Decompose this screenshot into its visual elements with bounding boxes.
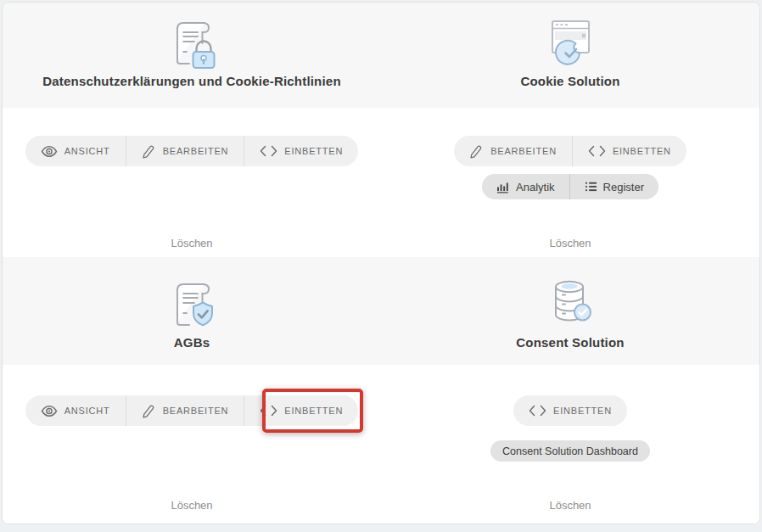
code-icon [260, 145, 277, 157]
header-row-2: AGBs Consent Solution [3, 257, 759, 365]
button-label: BEARBEITEN [490, 146, 557, 156]
browser-cookie-icon [544, 12, 597, 70]
agbs-button-group: ANSICHT BEARBEITEN [25, 395, 359, 426]
analytik-button[interactable]: Analytik [482, 174, 569, 199]
pencil-icon [142, 144, 156, 159]
button-label: EINBETTEN [284, 146, 343, 156]
agbs-ansicht-button[interactable]: ANSICHT [25, 395, 126, 426]
privacy-card-title: Datenschutzerklärungen und Cookie-Richtl… [42, 74, 341, 88]
consent-card-header: Consent Solution [381, 257, 759, 365]
consent-einbetten-button[interactable]: EINBETTEN [513, 395, 627, 426]
cookie-card-header: Cookie Solution [381, 3, 759, 108]
agbs-bearbeiten-button[interactable]: BEARBEITEN [126, 395, 244, 426]
privacy-card-actions: ANSICHT BEARBEITEN [3, 108, 381, 257]
privacy-delete-link[interactable]: Löschen [171, 237, 212, 249]
button-label: EINBETTEN [284, 406, 343, 416]
privacy-einbetten-button[interactable]: EINBETTEN [244, 136, 358, 166]
document-lock-icon [165, 12, 218, 70]
agbs-card-title: AGBs [174, 335, 210, 350]
cookie-card-actions: BEARBEITEN EINBETTEN [381, 108, 759, 257]
database-check-icon [544, 275, 597, 331]
consent-dashboard-button[interactable]: Consent Solution Dashboard [490, 440, 650, 462]
eye-icon [41, 145, 58, 158]
consent-card-actions: EINBETTEN Consent Solution Dashboard Lös… [381, 365, 759, 524]
page: Datenschutzerklärungen und Cookie-Richtl… [0, 0, 762, 532]
button-label: EINBETTEN [613, 146, 671, 156]
cookie-sub-group: Analytik Register [482, 174, 658, 199]
cookie-card-title: Cookie Solution [520, 74, 619, 88]
pencil-icon [469, 144, 484, 159]
agbs-card-header: AGBs [3, 257, 381, 365]
eye-icon [41, 405, 58, 417]
privacy-button-group: ANSICHT BEARBEITEN [25, 136, 359, 166]
header-row-1: Datenschutzerklärungen und Cookie-Richtl… [3, 3, 759, 108]
cookie-button-group: BEARBEITEN EINBETTEN [454, 136, 686, 166]
list-icon [585, 181, 597, 193]
agbs-card-actions: ANSICHT BEARBEITEN [3, 365, 381, 524]
document-shield-icon [165, 275, 218, 331]
button-label: EINBETTEN [553, 406, 612, 416]
button-label: BEARBEITEN [163, 146, 229, 156]
code-icon [260, 405, 277, 417]
code-icon [588, 145, 606, 157]
consent-delete-link[interactable]: Löschen [549, 499, 591, 512]
agbs-einbetten-button[interactable]: EINBETTEN [244, 395, 358, 426]
button-label: Analytik [516, 181, 555, 193]
privacy-ansicht-button[interactable]: ANSICHT [25, 136, 126, 166]
code-icon [529, 405, 546, 417]
actions-row-1: ANSICHT BEARBEITEN [3, 108, 759, 257]
consent-card-title: Consent Solution [516, 335, 624, 350]
consent-button-group: EINBETTEN [513, 395, 627, 426]
button-label: ANSICHT [64, 146, 110, 156]
agbs-delete-link[interactable]: Löschen [171, 499, 212, 512]
actions-row-2: ANSICHT BEARBEITEN [3, 365, 759, 524]
privacy-bearbeiten-button[interactable]: BEARBEITEN [126, 136, 244, 166]
button-label: Register [603, 181, 644, 193]
cookie-einbetten-button[interactable]: EINBETTEN [572, 136, 686, 166]
button-label: BEARBEITEN [163, 406, 229, 416]
cookie-delete-link[interactable]: Löschen [549, 237, 591, 249]
privacy-card-header: Datenschutzerklärungen und Cookie-Richtl… [3, 3, 381, 108]
button-label: Consent Solution Dashboard [502, 445, 638, 457]
products-panel: Datenschutzerklärungen und Cookie-Richtl… [2, 2, 760, 524]
button-label: ANSICHT [64, 406, 110, 416]
cookie-bearbeiten-button[interactable]: BEARBEITEN [454, 136, 572, 166]
register-button[interactable]: Register [569, 174, 658, 199]
pencil-icon [142, 404, 156, 418]
bar-chart-icon [496, 181, 510, 193]
